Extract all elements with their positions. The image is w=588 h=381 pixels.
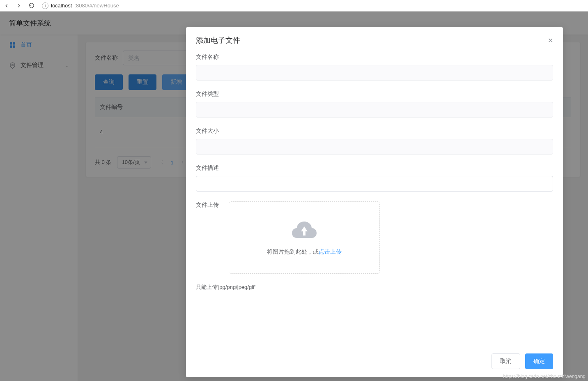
upload-hint: 只能上传'jpg/png/jpeg/gif' bbox=[196, 284, 553, 291]
input-file-type[interactable] bbox=[196, 102, 553, 118]
forward-icon[interactable] bbox=[16, 2, 22, 9]
url-host: localhost bbox=[51, 2, 72, 9]
input-file-name[interactable] bbox=[196, 65, 553, 81]
upload-icon bbox=[291, 220, 317, 241]
label-file-type: 文件类型 bbox=[196, 90, 553, 98]
dialog-footer: 取消 确定 bbox=[186, 347, 563, 377]
info-icon: i bbox=[42, 2, 48, 9]
upload-text: 将图片拖到此处，或点击上传 bbox=[267, 248, 342, 256]
app: 简单文件系统 首页 文件管理 ⌄ 文件名称 查询 重置 新增 文件编 bbox=[0, 12, 588, 381]
reload-icon[interactable] bbox=[28, 2, 34, 9]
confirm-button[interactable]: 确定 bbox=[525, 353, 553, 369]
back-icon[interactable] bbox=[3, 2, 10, 9]
label-file-upload: 文件上传 bbox=[196, 201, 219, 209]
cancel-button[interactable]: 取消 bbox=[492, 353, 520, 369]
input-file-desc[interactable] bbox=[196, 176, 553, 192]
browser-chrome: i localhost:8080/#/newHouse bbox=[0, 0, 588, 12]
label-file-name: 文件名称 bbox=[196, 53, 553, 61]
dialog-header: 添加电子文件 ✕ bbox=[186, 27, 563, 50]
upload-link[interactable]: 点击上传 bbox=[319, 248, 342, 255]
close-icon[interactable]: ✕ bbox=[548, 37, 553, 44]
label-file-desc: 文件描述 bbox=[196, 164, 553, 172]
add-file-dialog: 添加电子文件 ✕ 文件名称 文件类型 文件大小 文件描述 文件上传 bbox=[186, 27, 563, 377]
upload-dropzone[interactable]: 将图片拖到此处，或点击上传 bbox=[229, 201, 380, 274]
url-path: :8080/#/newHouse bbox=[74, 2, 119, 9]
address-bar[interactable]: i localhost:8080/#/newHouse bbox=[40, 2, 585, 9]
dialog-body: 文件名称 文件类型 文件大小 文件描述 文件上传 bbox=[186, 50, 563, 347]
dialog-title: 添加电子文件 bbox=[196, 35, 240, 45]
input-file-size[interactable] bbox=[196, 139, 553, 155]
label-file-size: 文件大小 bbox=[196, 127, 553, 135]
